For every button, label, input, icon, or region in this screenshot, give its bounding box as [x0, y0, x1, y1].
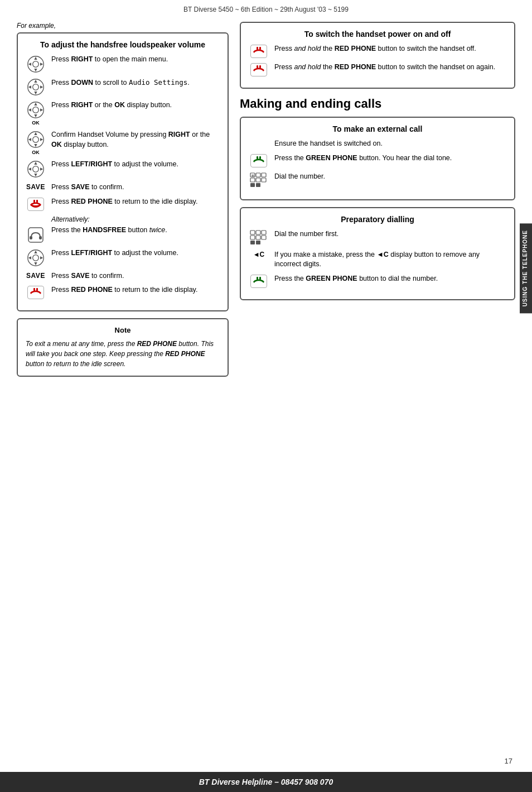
svg-rect-67 [259, 277, 261, 280]
svg-marker-10 [28, 85, 31, 88]
adjust-step-a3: SAVE Press SAVE to confirm. [26, 271, 220, 281]
prep-step-1: Dial the number first. [249, 229, 506, 246]
prep-step-1-text: Dial the number first. [274, 229, 506, 239]
svg-rect-47 [257, 156, 258, 159]
switch-power-box: To switch the handset power on and off P… [240, 22, 515, 89]
green-phone-box-1 [250, 154, 267, 167]
svg-marker-16 [28, 108, 31, 111]
note-text: To exit a menu at any time, press the RE… [26, 339, 220, 369]
svg-marker-11 [40, 85, 43, 88]
side-tab: USING THE TELEPHONE [520, 223, 532, 313]
page-content: For example, To adjust the handsfree lou… [0, 16, 532, 382]
external-call-box: To make an external call Ensure the hand… [240, 117, 515, 200]
adjust-step-a2-text: Press LEFT/RIGHT to adjust the volume. [51, 248, 220, 258]
switch-power-title: To switch the handset power on and off [249, 30, 506, 39]
handsfree-icon-1 [26, 226, 46, 244]
svg-rect-31 [36, 200, 38, 203]
svg-marker-39 [28, 256, 31, 259]
adjust-step-a2: Press LEFT/RIGHT to adjust the volume. [26, 248, 220, 267]
page-number: 17 [505, 757, 512, 765]
svg-marker-5 [40, 63, 43, 65]
nav-ok-icon-2: OK [26, 131, 46, 155]
power-step-2: Press and hold the RED PHONE button to s… [249, 63, 506, 76]
nav-ok-arrows-icon-2 [27, 131, 45, 148]
power-step-1: Press and hold the RED PHONE button to s… [249, 44, 506, 58]
adjust-step-4-text: Confirm Handset Volume by pressing RIGHT… [51, 130, 220, 150]
svg-marker-28 [28, 167, 31, 170]
adjust-step-6-text: Press SAVE to confirm. [51, 183, 220, 193]
red-phone-svg-4 [253, 65, 265, 74]
adjust-step-5: Press LEFT/RIGHT to adjust the volume. [26, 160, 220, 178]
svg-rect-57 [256, 183, 260, 187]
svg-rect-30 [33, 200, 35, 203]
svg-rect-61 [250, 236, 255, 239]
svg-marker-26 [34, 162, 37, 165]
nav-icon-4 [26, 249, 46, 267]
ext-step-3: ▦ Dial the number. [249, 172, 506, 188]
green-phone-icon-2 [249, 275, 269, 288]
svg-marker-38 [34, 262, 37, 265]
nav-ok-icon-1: OK [26, 101, 46, 126]
svg-rect-51 [256, 173, 260, 177]
green-phone-svg-1 [253, 156, 265, 165]
red-phone-icon-1 [26, 198, 46, 211]
svg-rect-33 [30, 236, 32, 239]
adjust-box: To adjust the handsfree loudspeaker volu… [17, 32, 229, 311]
svg-marker-40 [40, 256, 43, 259]
left-column: For example, To adjust the handsfree lou… [17, 22, 229, 377]
for-example-label: For example, [17, 22, 229, 30]
svg-rect-62 [256, 236, 260, 239]
svg-marker-3 [34, 69, 37, 71]
svg-marker-20 [34, 132, 37, 135]
adjust-step-6: SAVE Press SAVE to confirm. [26, 183, 220, 193]
svg-rect-48 [259, 156, 261, 159]
red-phone-icon-3 [249, 45, 269, 58]
page-header: BT Diverse 5450 ~ 6th Edition ~ 29th Aug… [0, 0, 532, 16]
adjust-box-title: To adjust the handsfree loudspeaker volu… [26, 40, 220, 49]
svg-marker-8 [34, 80, 37, 83]
svg-point-7 [33, 84, 39, 90]
adjust-step-a4: Press RED PHONE to return to the idle di… [26, 285, 220, 299]
adjust-step-a1: Press the HANDSFREE button twice. [26, 225, 220, 244]
red-phone-svg-1 [30, 200, 42, 209]
note-title: Note [26, 326, 220, 334]
nav-icon-1 [26, 55, 46, 73]
svg-rect-56 [250, 183, 255, 187]
keypad-svg-1: ▦ [250, 172, 268, 188]
prep-step-3-text: Press the GREEN PHONE button to dial the… [274, 274, 506, 284]
note-box: Note To exit a menu at any time, press t… [17, 318, 229, 377]
prep-step-2: ◄C If you make a mistake, press the ◄C d… [249, 250, 506, 270]
adjust-step-3: OK Press RIGHT or the OK display button. [26, 100, 220, 126]
svg-rect-32 [28, 228, 43, 242]
svg-marker-4 [28, 63, 31, 65]
ext-step-2: Press the GREEN PHONE button. You hear t… [249, 153, 506, 167]
svg-rect-65 [256, 241, 260, 244]
power-step-2-text: Press and hold the RED PHONE button to s… [274, 63, 506, 73]
adjust-step-7-text: Press RED PHONE to return to the idle di… [51, 197, 220, 207]
page-footer: BT Diverse Helpline – 08457 908 070 [0, 772, 532, 792]
adjust-step-3-text: Press RIGHT or the OK display button. [51, 100, 220, 111]
green-phone-box-2 [250, 275, 267, 288]
red-phone-box-3 [250, 45, 267, 58]
svg-rect-66 [257, 277, 258, 280]
svg-rect-64 [250, 241, 255, 244]
handsfree-svg [27, 226, 45, 244]
nav-arrows-icon-4 [27, 249, 45, 267]
save-icon-1: SAVE [26, 183, 46, 191]
svg-rect-43 [257, 47, 258, 50]
svg-rect-46 [259, 65, 261, 68]
svg-rect-45 [257, 65, 258, 68]
red-phone-svg-2 [30, 288, 42, 297]
svg-marker-21 [34, 144, 37, 147]
svg-rect-54 [256, 178, 260, 182]
svg-point-25 [33, 166, 39, 172]
save-icon-2: SAVE [26, 272, 46, 280]
prep-step-2-text: If you make a mistake, press the ◄C disp… [274, 250, 506, 270]
red-phone-box-1 [27, 198, 44, 211]
external-call-title: To make an external call [249, 124, 506, 133]
adjust-step-2: Press DOWN to scroll to Audio Settings. [26, 78, 220, 96]
svg-marker-17 [40, 108, 43, 111]
red-phone-box-4 [250, 63, 267, 76]
preparatory-title: Preparatory dialling [249, 215, 506, 224]
svg-marker-27 [34, 174, 37, 176]
